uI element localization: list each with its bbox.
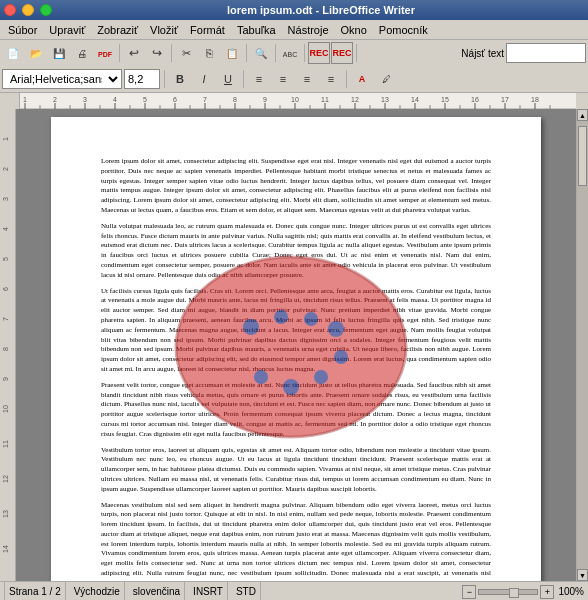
svg-text:18: 18 [531, 96, 539, 103]
find-input[interactable] [506, 43, 586, 63]
paste-button[interactable] [221, 42, 243, 64]
color-button[interactable]: A [351, 68, 373, 90]
ruler-left-corner [0, 93, 20, 109]
svg-text:13: 13 [381, 96, 389, 103]
document-scroll[interactable]: Lorem ipsum dolor sit amet, consectetur … [16, 109, 576, 581]
toolbar-sep1 [119, 44, 120, 62]
open-button[interactable] [25, 42, 47, 64]
menu-zobrazit[interactable]: Zobraziť [91, 22, 144, 38]
cut-button[interactable] [175, 42, 197, 64]
menu-upravit[interactable]: Upraviť [43, 22, 91, 38]
minimize-button[interactable] [22, 4, 34, 16]
svg-text:8: 8 [2, 347, 9, 351]
font-size-input[interactable] [124, 69, 160, 89]
bold-button[interactable] [169, 68, 191, 90]
svg-text:17: 17 [501, 96, 509, 103]
paragraph-6: Maecenas vestibulum nisl sed sem aliquet… [101, 501, 491, 582]
svg-text:16: 16 [471, 96, 479, 103]
svg-text:5: 5 [143, 96, 147, 103]
align-right-icon [304, 73, 310, 85]
svg-text:10: 10 [2, 405, 9, 413]
zoom-track[interactable] [478, 589, 538, 595]
copy-icon [206, 47, 213, 59]
redo-button[interactable] [146, 42, 168, 64]
pdf-button[interactable] [94, 42, 116, 64]
svg-text:2: 2 [2, 167, 9, 171]
close-button[interactable] [4, 4, 16, 16]
maximize-button[interactable] [40, 4, 52, 16]
scroll-track[interactable] [577, 121, 588, 569]
ruler-track: /* Ruler ticks generated dynamically bel… [20, 93, 576, 109]
svg-text:2: 2 [53, 96, 57, 103]
style-name: Východzie [70, 582, 125, 600]
fmt-sep3 [346, 70, 347, 88]
scroll-down-button[interactable]: ▼ [577, 569, 588, 581]
zoom-thumb[interactable] [509, 588, 519, 598]
align-right-button[interactable] [296, 68, 318, 90]
menu-subor[interactable]: Súbor [2, 22, 43, 38]
menu-vlozit[interactable]: Vložiť [144, 22, 184, 38]
underline-icon [224, 73, 232, 85]
toolbar1: REC REC Nájsť text [0, 40, 588, 66]
paragraph-3: Ut facilisis cursus ligula quis facilisi… [101, 287, 491, 375]
scroll-up-button[interactable]: ▲ [577, 109, 588, 121]
status-bar: Strana 1 / 2 Východzie slovenčina INSRT … [0, 581, 588, 600]
language: slovenčina [129, 582, 185, 600]
find-icon [255, 48, 267, 59]
toolbar-sep3 [246, 44, 247, 62]
align-left-button[interactable] [248, 68, 270, 90]
find-bar: Nájsť text [461, 43, 586, 63]
zoom-level: 100% [558, 586, 584, 597]
svg-text:8: 8 [233, 96, 237, 103]
menu-tabulka[interactable]: Tabuľka [231, 22, 282, 38]
find-label: Nájsť text [461, 48, 504, 59]
svg-text:1: 1 [2, 137, 9, 141]
toolbar-area: REC REC Nájsť text Arial;Helvetica;sans … [0, 40, 588, 93]
font-selector[interactable]: Arial;Helvetica;sans [2, 69, 122, 89]
menu-okno[interactable]: Okno [335, 22, 373, 38]
paragraph-5: Vestibulum tortor eros, laoreet ut aliqu… [101, 446, 491, 495]
find-button[interactable] [250, 42, 272, 64]
vertical-scrollbar[interactable]: ▲ ▼ [576, 109, 588, 581]
italic-icon [202, 73, 205, 85]
svg-text:4: 4 [113, 96, 117, 103]
align-center-button[interactable] [272, 68, 294, 90]
svg-text:3: 3 [2, 197, 9, 201]
undo-button[interactable] [123, 42, 145, 64]
menu-format[interactable]: Formát [184, 22, 231, 38]
zoom-in-button[interactable]: + [540, 585, 554, 599]
print-icon [77, 48, 87, 59]
menu-pomocnik[interactable]: Pomocník [373, 22, 434, 38]
copy-button[interactable] [198, 42, 220, 64]
svg-text:4: 4 [2, 227, 9, 231]
svg-text:12: 12 [2, 475, 9, 483]
align-justify-button[interactable] [320, 68, 342, 90]
spell-button[interactable] [279, 42, 301, 64]
rec1-button[interactable]: REC [308, 42, 330, 64]
menu-nastroje[interactable]: Nástroje [282, 22, 335, 38]
pdf-icon [98, 48, 112, 59]
title-bar: lorem ipsum.odt - LibreOffice Writer [0, 0, 588, 20]
undo-icon [129, 46, 139, 60]
zoom-bar: − + 100% [462, 585, 584, 599]
toolbar2: Arial;Helvetica;sans A 🖊 [0, 66, 588, 92]
underline-button[interactable] [217, 68, 239, 90]
paragraph-4: Praesent velit tortor, congue eget accum… [101, 381, 491, 440]
print-button[interactable] [71, 42, 93, 64]
italic-button[interactable] [193, 68, 215, 90]
ruler-area: /* Ruler ticks generated dynamically bel… [0, 93, 588, 109]
scroll-thumb[interactable] [578, 126, 587, 186]
svg-text:10: 10 [291, 96, 299, 103]
svg-text:1: 1 [23, 96, 27, 103]
left-ruler: 1 2 3 4 5 6 7 8 9 10 11 12 13 14 [0, 109, 16, 581]
highlight-button[interactable]: 🖊 [375, 68, 397, 90]
redo-icon [152, 46, 162, 60]
rec2-button[interactable]: REC [331, 42, 353, 64]
zoom-out-button[interactable]: − [462, 585, 476, 599]
insert-mode: INSRT [189, 582, 228, 600]
svg-text:14: 14 [411, 96, 419, 103]
new-icon [7, 48, 19, 59]
paragraph-1: Lorem ipsum dolor sit amet, consectetur … [101, 157, 491, 216]
new-button[interactable] [2, 42, 24, 64]
save-button[interactable] [48, 42, 70, 64]
